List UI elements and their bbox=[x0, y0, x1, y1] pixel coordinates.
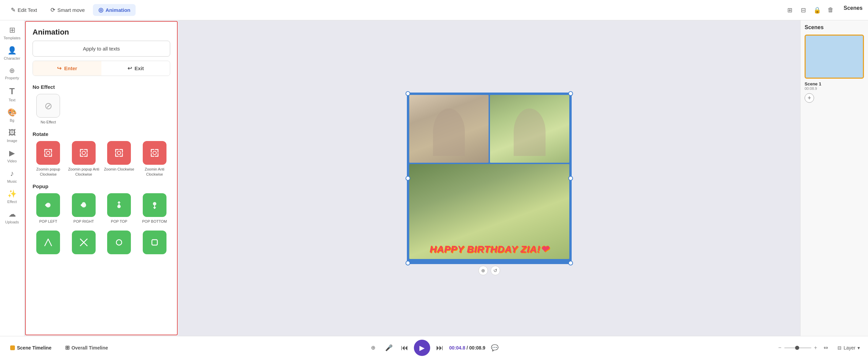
apply-to-all-button[interactable]: Apply to all texts bbox=[33, 41, 170, 57]
zoomin-cw-item[interactable]: Zoomin Clockwise bbox=[103, 141, 135, 177]
svg-point-8 bbox=[116, 240, 122, 245]
layer-button[interactable]: ⊟ Layer ▾ bbox=[835, 344, 863, 352]
sidebar-item-effect[interactable]: ✨ Effect bbox=[1, 187, 23, 206]
prev-button[interactable]: ⏮ bbox=[398, 342, 411, 354]
zoomin-anti-cw-icon bbox=[143, 141, 166, 165]
extra-effect-3[interactable] bbox=[103, 231, 135, 256]
extra-effect-4[interactable] bbox=[139, 231, 171, 256]
pop-top-item[interactable]: POP TOP bbox=[103, 193, 135, 224]
pop-right-item[interactable]: POP RIGHT bbox=[68, 193, 100, 224]
canvas-handle-tl[interactable] bbox=[406, 91, 410, 96]
next-button[interactable]: ⏭ bbox=[434, 342, 446, 354]
smart-move-icon: ⟳ bbox=[51, 6, 55, 14]
extra-effect-3-icon bbox=[107, 231, 131, 254]
extra-effect-2-icon bbox=[72, 231, 96, 254]
rotate-action-button[interactable]: ↺ bbox=[491, 266, 500, 275]
mic-button[interactable]: 🎤 bbox=[383, 342, 395, 354]
enter-tab-icon: ↪ bbox=[57, 65, 61, 72]
scene-thumb[interactable] bbox=[805, 35, 864, 79]
no-effect-icon: ⊘ bbox=[36, 94, 60, 118]
sidebar-item-music[interactable]: ♪ Music bbox=[1, 166, 23, 186]
pop-top-icon bbox=[107, 193, 131, 217]
no-effect-item[interactable]: ⊘ No Effect bbox=[33, 94, 64, 124]
grid-icon-button[interactable]: ⊞ bbox=[784, 4, 796, 16]
animation-button[interactable]: ◎ Animation bbox=[93, 4, 136, 16]
left-sidebar: ⊞ Templates 👤 Character ⊕ Property T Tex… bbox=[0, 20, 24, 336]
subtitle-button[interactable]: 💬 bbox=[489, 342, 501, 354]
svg-point-7 bbox=[153, 202, 156, 205]
canvas-handle-bl[interactable] bbox=[406, 261, 410, 265]
extra-effect-1[interactable] bbox=[33, 231, 64, 256]
toolbar-icon-group: ⊞ ⊟ 🔒 🗑 bbox=[784, 4, 837, 16]
more-effects-grid bbox=[33, 231, 170, 256]
svg-point-6 bbox=[117, 205, 121, 208]
extra-effect-2[interactable] bbox=[68, 231, 100, 256]
scene-timeline-tab[interactable]: Scene Timeline bbox=[5, 342, 56, 353]
extra-effect-4-icon bbox=[143, 231, 166, 254]
fit-button[interactable]: ⇔ bbox=[820, 342, 832, 354]
pop-bottom-item[interactable]: POP BOTTOM bbox=[139, 193, 171, 224]
property-icon: ⊕ bbox=[9, 66, 15, 75]
zoom-slider[interactable] bbox=[784, 347, 811, 348]
pop-top-label: POP TOP bbox=[111, 219, 127, 224]
photo-top-right bbox=[490, 95, 569, 163]
lock-icon-button[interactable]: 🔒 bbox=[811, 4, 823, 16]
scenes-header: Scenes bbox=[844, 5, 863, 11]
zoomin-popup-cw-item[interactable]: Zoomin popup Clockwise bbox=[33, 141, 64, 177]
uploads-icon: ☁ bbox=[8, 210, 16, 219]
align-icon-button[interactable]: ⊟ bbox=[797, 4, 810, 16]
popup-section-title: Popup bbox=[33, 183, 170, 189]
smart-move-button[interactable]: ⟳ Smart move bbox=[45, 4, 90, 16]
sidebar-item-character[interactable]: 👤 Character bbox=[1, 43, 23, 63]
panel-scroll[interactable]: No Effect ⊘ No Effect Rotate bbox=[26, 81, 177, 335]
top-toolbar: ✎ Edit Text ⟳ Smart move ◎ Animation ⊞ ⊟… bbox=[0, 0, 868, 20]
zoomin-popup-acw-item[interactable]: Zoomin popup Anti Clockwise bbox=[68, 141, 100, 177]
canvas-handle-br[interactable] bbox=[568, 261, 573, 265]
right-controls: − + ⇔ ⊟ Layer ▾ bbox=[778, 342, 863, 354]
delete-icon-button[interactable]: 🗑 bbox=[825, 4, 837, 16]
zoom-plus[interactable]: + bbox=[814, 345, 817, 351]
photo-grid: HAPPY BIRTHDAY ZIA!❤ bbox=[408, 94, 571, 263]
sidebar-item-text[interactable]: T Text bbox=[1, 83, 23, 105]
scenes-panel: Scenes Scene 1 00:08.9 + bbox=[800, 20, 868, 336]
photo-bottom: HAPPY BIRTHDAY ZIA!❤ bbox=[409, 164, 569, 259]
svg-point-2 bbox=[117, 151, 121, 155]
zoomin-popup-cw-icon bbox=[36, 141, 60, 165]
play-button[interactable]: ▶ bbox=[414, 340, 430, 356]
canvas-area: HAPPY BIRTHDAY ZIA!❤ ⊕ ↺ bbox=[178, 20, 800, 336]
video-icon: ▶ bbox=[9, 149, 15, 158]
canvas-handle-mr[interactable] bbox=[568, 176, 573, 181]
sidebar-item-templates[interactable]: ⊞ Templates bbox=[1, 23, 23, 43]
pop-bottom-icon bbox=[143, 193, 166, 217]
text-overlay[interactable]: HAPPY BIRTHDAY ZIA!❤ bbox=[430, 244, 549, 255]
image-icon: 🖼 bbox=[8, 128, 16, 137]
layer-chevron: ▾ bbox=[857, 345, 860, 351]
no-effect-section-title: No Effect bbox=[33, 84, 170, 90]
sidebar-item-uploads[interactable]: ☁ Uploads bbox=[1, 207, 23, 227]
overall-timeline-tab[interactable]: ⊞ Overall Timeline bbox=[60, 342, 113, 354]
focus-button[interactable]: ⊕ bbox=[367, 342, 379, 354]
overall-timeline-icon: ⊞ bbox=[65, 344, 70, 351]
enter-tab[interactable]: ↪ Enter bbox=[33, 61, 101, 76]
add-scene-button[interactable]: + bbox=[805, 93, 814, 103]
zoomin-anti-cw-item[interactable]: Zoomin Anti Clockwise bbox=[139, 141, 171, 177]
edit-text-button[interactable]: ✎ Edit Text bbox=[5, 4, 42, 16]
sidebar-item-video[interactable]: ▶ Video bbox=[1, 146, 23, 166]
rotate-grid: Zoomin popup Clockwise Zoomin popup Anti… bbox=[33, 141, 170, 177]
canvas-workspace[interactable]: HAPPY BIRTHDAY ZIA!❤ ⊕ ↺ bbox=[408, 94, 571, 263]
canvas-handle-ml[interactable] bbox=[406, 176, 410, 181]
sidebar-item-image[interactable]: 🖼 Image bbox=[1, 126, 23, 145]
scene-name: Scene 1 bbox=[805, 81, 864, 86]
sidebar-item-property[interactable]: ⊕ Property bbox=[1, 64, 23, 83]
exit-tab[interactable]: ↩ Exit bbox=[101, 61, 170, 76]
canvas-handle-tr[interactable] bbox=[568, 91, 573, 96]
no-effect-label: No Effect bbox=[41, 120, 56, 124]
sidebar-item-bg[interactable]: 🎨 Bg bbox=[1, 105, 23, 125]
scene-duration: 00:08.9 bbox=[805, 86, 864, 91]
scene-info: Scene 1 00:08.9 bbox=[805, 81, 864, 91]
text-icon: T bbox=[9, 86, 15, 97]
zoom-minus[interactable]: − bbox=[778, 345, 781, 351]
pop-left-item[interactable]: POP LEFT bbox=[33, 193, 64, 224]
layer-icon: ⊟ bbox=[837, 345, 842, 351]
move-action-button[interactable]: ⊕ bbox=[478, 266, 488, 275]
